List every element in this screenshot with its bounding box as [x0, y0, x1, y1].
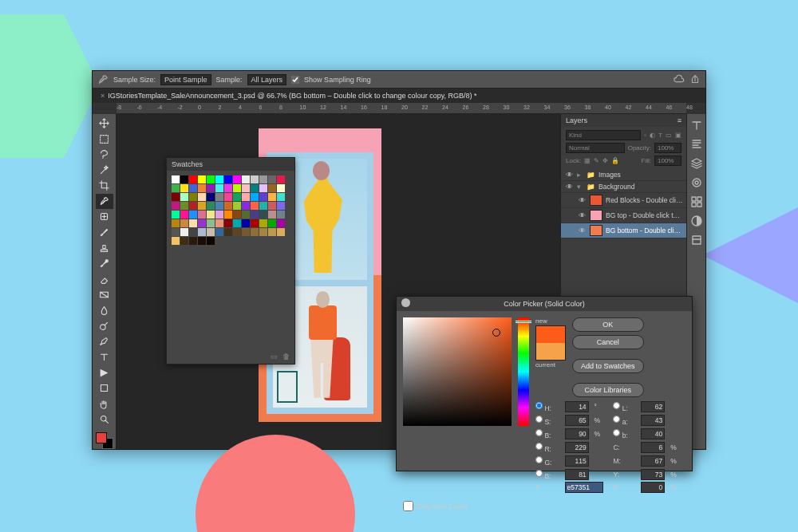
swatch[interactable]: [180, 228, 188, 236]
paragraph-panel-icon[interactable]: [690, 138, 703, 151]
lock-transparent-icon[interactable]: ▦: [584, 157, 591, 164]
swatch[interactable]: [198, 219, 206, 227]
layer-group-row[interactable]: 👁▸📁Images: [561, 169, 686, 181]
foreground-color-swatch[interactable]: [96, 432, 107, 443]
swatch[interactable]: [198, 211, 206, 219]
swatch[interactable]: [172, 193, 180, 201]
blur-tool[interactable]: [96, 302, 113, 318]
swatch[interactable]: [189, 211, 197, 219]
swatch[interactable]: [277, 175, 285, 183]
swatch[interactable]: [259, 193, 267, 201]
swatch[interactable]: [189, 237, 197, 245]
swatch[interactable]: [268, 219, 276, 227]
layer-row[interactable]: 👁BG bottom - Double click...: [561, 223, 686, 238]
type-tool[interactable]: [96, 349, 113, 365]
swatch[interactable]: [189, 202, 197, 210]
hue-slider[interactable]: [518, 317, 529, 426]
swatch[interactable]: [233, 175, 241, 183]
swatch[interactable]: [242, 193, 250, 201]
marquee-tool[interactable]: [96, 132, 113, 148]
swatch[interactable]: [189, 184, 197, 192]
layer-row[interactable]: 👁Red Blocks - Double click...: [561, 193, 686, 208]
swatch[interactable]: [180, 175, 188, 183]
swatch[interactable]: [259, 219, 267, 227]
color-picker-title-bar[interactable]: Color Picker (Solid Color): [397, 297, 692, 311]
document-tab-title[interactable]: IGStoriesTemplate_SaleAnnouncement_3.psd…: [108, 92, 476, 100]
swatch[interactable]: [180, 219, 188, 227]
h-input[interactable]: [565, 401, 589, 412]
swatch[interactable]: [224, 202, 232, 210]
zoom-tool[interactable]: [96, 412, 113, 428]
l-input[interactable]: [641, 401, 665, 412]
foreground-background-colors[interactable]: [96, 432, 113, 449]
path-tool[interactable]: [96, 365, 113, 381]
swatch[interactable]: [268, 202, 276, 210]
swatch[interactable]: [172, 211, 180, 219]
layer-group-row[interactable]: 👁▾📁Background: [561, 181, 686, 193]
swatch[interactable]: [207, 175, 215, 183]
hex-input[interactable]: [565, 482, 603, 493]
cancel-button[interactable]: Cancel: [572, 335, 644, 349]
swatch[interactable]: [233, 184, 241, 192]
visibility-icon[interactable]: 👁: [564, 183, 574, 191]
c-input[interactable]: [641, 442, 665, 453]
swatches-panel-header[interactable]: Swatches: [167, 158, 294, 171]
swatch[interactable]: [233, 193, 241, 201]
libraries-panel-icon[interactable]: [690, 234, 703, 246]
swatch[interactable]: [189, 219, 197, 227]
swatch[interactable]: [180, 237, 188, 245]
filter-pixel-icon[interactable]: ▫: [644, 132, 646, 139]
layers-panel-icon[interactable]: [690, 157, 703, 170]
swatch[interactable]: [251, 202, 259, 210]
eraser-tool[interactable]: [96, 271, 113, 287]
swatch[interactable]: [215, 219, 223, 227]
swatch[interactable]: [198, 175, 206, 183]
visibility-icon[interactable]: 👁: [577, 227, 587, 234]
swatch[interactable]: [251, 211, 259, 219]
ok-button[interactable]: OK: [572, 317, 644, 332]
swatch[interactable]: [251, 193, 259, 201]
swatch[interactable]: [268, 175, 276, 183]
swatch[interactable]: [268, 211, 276, 219]
swatch[interactable]: [207, 228, 215, 236]
swatch[interactable]: [259, 184, 267, 192]
swatch[interactable]: [224, 228, 232, 236]
swatch[interactable]: [198, 193, 206, 201]
swatch[interactable]: [198, 228, 206, 236]
swatch[interactable]: [198, 202, 206, 210]
h-radio[interactable]: [535, 400, 543, 411]
color-panel-icon[interactable]: [690, 176, 703, 189]
swatch[interactable]: [207, 219, 215, 227]
r-radio[interactable]: [535, 441, 543, 451]
swatch[interactable]: [224, 184, 232, 192]
swatch[interactable]: [268, 228, 276, 236]
lasso-tool[interactable]: [96, 147, 113, 163]
g-input[interactable]: [565, 455, 589, 467]
a-radio[interactable]: [613, 414, 620, 424]
close-icon[interactable]: [401, 298, 410, 307]
swatch[interactable]: [233, 219, 241, 227]
sample-select[interactable]: All Layers: [247, 74, 287, 85]
hand-tool[interactable]: [96, 396, 113, 412]
only-web-colors-checkbox[interactable]: [403, 501, 413, 511]
wand-tool[interactable]: [96, 163, 113, 179]
swatch[interactable]: [277, 184, 285, 192]
color-libraries-button[interactable]: Color Libraries: [572, 383, 644, 397]
g-radio[interactable]: [535, 455, 543, 465]
delete-swatch-icon[interactable]: 🗑: [282, 353, 290, 361]
move-tool[interactable]: [96, 116, 113, 132]
swatch[interactable]: [259, 202, 267, 210]
b-input[interactable]: [565, 428, 589, 439]
lock-all-icon[interactable]: 🔒: [611, 157, 619, 164]
b2-input[interactable]: [641, 428, 665, 439]
swatch[interactable]: [180, 193, 188, 201]
hue-slider-thumb[interactable]: [516, 321, 531, 323]
healing-tool[interactable]: [96, 209, 113, 225]
bl-radio[interactable]: [535, 468, 543, 479]
share-icon[interactable]: [689, 74, 701, 85]
sample-size-select[interactable]: Point Sample: [160, 74, 211, 85]
swatch[interactable]: [242, 184, 250, 192]
swatch[interactable]: [207, 202, 215, 210]
expand-icon[interactable]: ▾: [577, 183, 583, 191]
brush-tool[interactable]: [96, 225, 113, 241]
